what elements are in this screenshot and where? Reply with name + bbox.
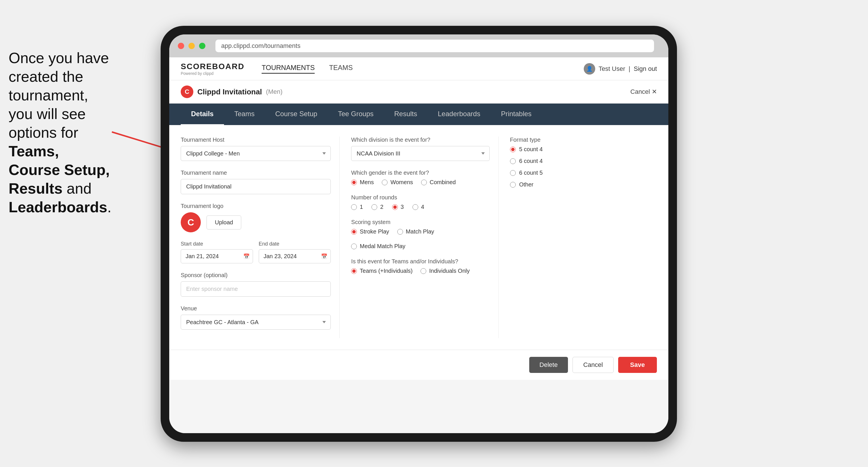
format-group: Format type 5 count 4 6 count 4 <box>510 136 648 188</box>
teams-plus-individuals[interactable]: Teams (+Individuals) <box>351 268 412 274</box>
format-other[interactable]: Other <box>510 181 648 188</box>
tab-printables[interactable]: Printables <box>491 103 542 125</box>
name-input[interactable] <box>181 179 331 194</box>
start-cal-icon: 📅 <box>243 253 250 259</box>
gender-combined[interactable]: Combined <box>421 179 456 186</box>
instruction-text: Once you havecreated thetournament,you w… <box>0 43 158 222</box>
tab-course-setup[interactable]: Course Setup <box>265 103 328 125</box>
main-nav: TOURNAMENTS TEAMS <box>261 64 353 74</box>
tab-tee-groups[interactable]: Tee Groups <box>328 103 384 125</box>
host-select[interactable]: Clippd College - Men <box>181 146 331 161</box>
start-date-group: Start date 📅 <box>181 241 253 263</box>
browser-min-dot[interactable] <box>188 43 195 49</box>
gender-radio-group: Mens Womens Combined <box>351 179 489 186</box>
teams-individuals-only[interactable]: Individuals Only <box>421 268 470 274</box>
host-label: Tournament Host <box>181 136 331 143</box>
rounds-label: Number of rounds <box>351 194 489 201</box>
end-date-input[interactable] <box>259 249 331 263</box>
gender-mens[interactable]: Mens <box>351 179 374 186</box>
browser-close-dot[interactable] <box>178 43 184 49</box>
gender-womens[interactable]: Womens <box>382 179 413 186</box>
logo-group: Tournament logo C Upload <box>181 203 331 232</box>
sign-out-link[interactable]: Sign out <box>633 65 657 72</box>
scoring-medal-match[interactable]: Medal Match Play <box>351 243 405 250</box>
cancel-label: Cancel <box>630 88 650 96</box>
tournament-name: Clippd Invitational <box>197 88 262 96</box>
host-group: Tournament Host Clippd College - Men <box>181 136 331 161</box>
user-area: 👤 Test User | Sign out <box>584 63 657 74</box>
format-other-radio[interactable] <box>510 182 516 188</box>
tournament-tag: (Men) <box>266 88 282 96</box>
user-separator: | <box>629 65 630 72</box>
gender-combined-radio[interactable] <box>421 180 427 185</box>
format-5count4[interactable]: 5 count 4 <box>510 146 648 153</box>
scoring-match-radio[interactable] <box>397 229 403 235</box>
tab-teams[interactable]: Teams <box>224 103 265 125</box>
format-options: 5 count 4 6 count 4 6 count 5 <box>510 146 648 188</box>
rounds-3-radio[interactable] <box>392 204 398 210</box>
tournament-header: C Clippd Invitational (Men) Cancel ✕ <box>169 80 669 103</box>
details-form: Tournament Host Clippd College - Men Tou… <box>169 125 669 350</box>
rounds-4-radio[interactable] <box>412 204 418 210</box>
venue-select[interactable]: Peachtree GC - Atlanta - GA <box>181 315 331 330</box>
cancel-button[interactable]: Cancel ✕ <box>630 88 657 96</box>
url-text: app.clippd.com/tournaments <box>221 42 300 50</box>
rounds-1[interactable]: 1 <box>351 204 363 210</box>
nav-tournaments[interactable]: TOURNAMENTS <box>261 64 315 74</box>
scoring-stroke[interactable]: Stroke Play <box>351 228 389 235</box>
end-date-label: End date <box>259 241 331 247</box>
sponsor-input[interactable] <box>181 281 331 297</box>
app-logo-title: SCOREBOARD <box>181 62 244 71</box>
teams-individuals-radio[interactable] <box>421 268 426 274</box>
top-navigation: SCOREBOARD Powered by clippd TOURNAMENTS… <box>169 57 669 80</box>
scoring-match[interactable]: Match Play <box>397 228 434 235</box>
format-5count4-radio[interactable] <box>510 147 516 152</box>
rounds-group: Number of rounds 1 2 <box>351 194 489 210</box>
division-group: Which division is the event for? NCAA Di… <box>351 136 489 161</box>
division-select[interactable]: NCAA Division III <box>351 146 489 161</box>
scoring-label: Scoring system <box>351 219 489 225</box>
logo-label: Tournament logo <box>181 203 331 209</box>
scoring-stroke-radio[interactable] <box>351 229 357 235</box>
sponsor-label: Sponsor (optional) <box>181 272 331 279</box>
teams-label: Is this event for Teams and/or Individua… <box>351 258 489 265</box>
tab-leaderboards[interactable]: Leaderboards <box>427 103 491 125</box>
rounds-2[interactable]: 2 <box>371 204 383 210</box>
format-6count5-radio[interactable] <box>510 170 516 176</box>
browser-chrome: app.clippd.com/tournaments <box>169 34 669 57</box>
rounds-4[interactable]: 4 <box>412 204 424 210</box>
form-col-3: Format type 5 count 4 6 count 4 <box>498 136 657 338</box>
url-bar[interactable]: app.clippd.com/tournaments <box>215 39 654 52</box>
cancel-form-button[interactable]: Cancel <box>572 357 613 373</box>
venue-group: Venue Peachtree GC - Atlanta - GA <box>181 305 331 330</box>
form-col-1: Tournament Host Clippd College - Men Tou… <box>181 136 339 338</box>
rounds-1-radio[interactable] <box>351 204 357 210</box>
delete-button[interactable]: Delete <box>529 357 568 373</box>
name-group: Tournament name <box>181 169 331 194</box>
save-button[interactable]: Save <box>618 357 657 373</box>
date-fields: Start date 📅 End date 📅 <box>181 241 331 263</box>
format-6count4[interactable]: 6 count 4 <box>510 158 648 164</box>
logo-area: SCOREBOARD Powered by clippd <box>181 62 244 76</box>
rounds-3[interactable]: 3 <box>392 204 404 210</box>
tab-details[interactable]: Details <box>181 103 224 125</box>
tab-bar: Details Teams Course Setup Tee Groups Re… <box>169 103 669 125</box>
division-label: Which division is the event for? <box>351 136 489 143</box>
format-6count4-radio[interactable] <box>510 158 516 164</box>
end-date-group: End date 📅 <box>259 241 331 263</box>
gender-womens-radio[interactable] <box>382 180 388 185</box>
start-date-input[interactable] <box>181 249 253 263</box>
nav-teams[interactable]: TEAMS <box>329 64 353 74</box>
gender-label: Which gender is the event for? <box>351 169 489 176</box>
gender-mens-radio[interactable] <box>351 180 357 185</box>
format-label: Format type <box>510 136 648 143</box>
format-6count5[interactable]: 6 count 5 <box>510 169 648 176</box>
upload-button[interactable]: Upload <box>207 215 241 229</box>
scoring-radio-group: Stroke Play Match Play Medal Match Play <box>351 228 489 250</box>
teams-plus-radio[interactable] <box>351 268 357 274</box>
browser-max-dot[interactable] <box>199 43 206 49</box>
rounds-2-radio[interactable] <box>371 204 377 210</box>
username: Test User <box>599 65 625 72</box>
tab-results[interactable]: Results <box>384 103 427 125</box>
scoring-medal-match-radio[interactable] <box>351 244 357 249</box>
